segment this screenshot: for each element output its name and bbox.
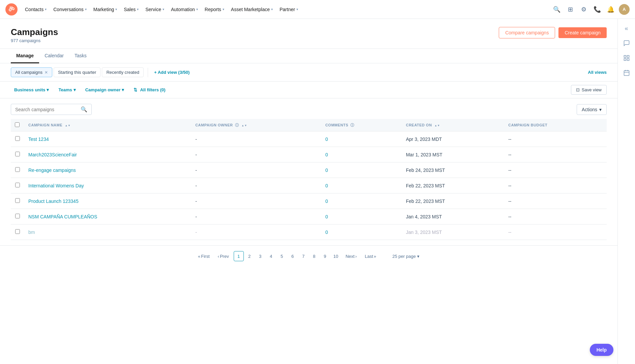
filter-chip-starting-quarter[interactable]: Starting this quarter (54, 67, 100, 77)
page-8-button[interactable]: 8 (309, 251, 319, 261)
sidebar-chat-icon[interactable] (620, 36, 633, 50)
page-subtitle: 977 campaigns (11, 38, 58, 43)
row-name-cell-4: Product Launch 123345 (24, 193, 191, 209)
page-1-button[interactable]: 1 (234, 251, 244, 261)
page-title: Campaigns (11, 27, 58, 37)
campaign-owner-filter[interactable]: Campaign owner ▾ (82, 85, 128, 94)
row-name-cell-1: March2023ScienceFair (24, 147, 191, 162)
page-5-button[interactable]: 5 (277, 251, 287, 261)
user-avatar[interactable]: A (619, 4, 630, 15)
add-view-button[interactable]: + Add view (3/50) (151, 68, 193, 77)
tab-tasks[interactable]: Tasks (69, 49, 92, 63)
filter-chip-close-icon[interactable]: ✕ (45, 70, 48, 75)
sidebar-grid-icon[interactable] (620, 51, 633, 65)
actions-button[interactable]: Actions ▾ (577, 104, 607, 115)
phone-button[interactable]: 📞 (592, 4, 603, 15)
row-checkbox-4[interactable] (15, 198, 20, 203)
save-view-button[interactable]: ⊡ Save view (571, 85, 607, 95)
prev-chevron: ‹ (218, 254, 219, 259)
page-6-button[interactable]: 6 (288, 251, 298, 261)
pagination: « First ‹ Prev 12345678910 Next › Last »… (0, 245, 617, 267)
page-2-button[interactable]: 2 (244, 251, 255, 261)
notifications-button[interactable]: 🔔 (605, 4, 616, 15)
col-campaign-name[interactable]: CAMPAIGN NAME ▲▼ (24, 119, 191, 131)
filter-chip-all-campaigns[interactable]: All campaigns ✕ (11, 67, 52, 77)
next-page-button[interactable]: Next › (342, 252, 360, 261)
select-all-checkbox[interactable] (15, 122, 20, 127)
teams-filter[interactable]: Teams ▾ (55, 85, 79, 94)
row-budget-cell-2: -- (504, 162, 607, 178)
apps-button[interactable]: ⊞ (565, 4, 576, 15)
row-comments-cell-4: 0 (321, 193, 402, 209)
create-campaign-button[interactable]: Create campaign (558, 27, 607, 38)
nav-asset-marketplace[interactable]: Asset Marketplace ▾ (228, 0, 276, 19)
partner-chevron: ▾ (296, 7, 298, 11)
sidebar-calendar-icon[interactable] (620, 66, 633, 80)
tab-calendar[interactable]: Calendar (39, 49, 69, 63)
last-page-button[interactable]: Last » (362, 252, 380, 261)
first-page-button[interactable]: « First (195, 252, 213, 261)
svg-rect-4 (624, 59, 626, 61)
sort-name-icon: ▲▼ (65, 124, 71, 127)
settings-button[interactable]: ⚙ (578, 4, 589, 15)
nav-contacts[interactable]: Contacts ▾ (22, 0, 50, 19)
row-comments-cell-1: 0 (321, 147, 402, 162)
marketing-chevron: ▾ (115, 7, 117, 11)
row-checkbox-cell (11, 147, 24, 162)
row-created-cell-0: Apr 3, 2023 MDT (402, 131, 504, 147)
row-checkbox-2[interactable] (15, 167, 20, 172)
row-checkbox-5[interactable] (15, 214, 20, 218)
nav-partner[interactable]: Partner ▾ (276, 0, 301, 19)
search-button[interactable]: 🔍 (551, 4, 562, 15)
page-3-button[interactable]: 3 (255, 251, 265, 261)
row-created-cell-5: Jan 4, 2023 MST (402, 209, 504, 224)
prev-page-button[interactable]: ‹ Prev (214, 252, 232, 261)
hubspot-logo[interactable] (5, 3, 18, 16)
help-button[interactable]: Help (590, 344, 613, 356)
campaign-name-link-4[interactable]: Product Launch 123345 (28, 199, 79, 204)
tab-manage[interactable]: Manage (11, 49, 39, 63)
all-views-button[interactable]: All views (588, 70, 607, 75)
compare-campaigns-button[interactable]: Compare campaigns (499, 27, 555, 38)
col-created-on[interactable]: CREATED ON ▲▼ (402, 119, 504, 131)
table-toolbar: 🔍 Actions ▾ (11, 104, 607, 115)
campaign-name-link-0[interactable]: Test 1234 (28, 136, 49, 142)
row-checkbox-0[interactable] (15, 136, 20, 141)
row-checkbox-1[interactable] (15, 152, 20, 156)
nav-marketing[interactable]: Marketing ▾ (90, 0, 120, 19)
table-row: International Womens Day - 0 Feb 22, 202… (11, 178, 607, 193)
filter-chip-recently-created[interactable]: Recently created (102, 67, 144, 77)
nav-conversations[interactable]: Conversations ▾ (50, 0, 90, 19)
page-7-button[interactable]: 7 (298, 251, 309, 261)
all-filters-button[interactable]: ⇅ All filters (0) (130, 85, 169, 94)
col-campaign-owner[interactable]: CAMPAIGN OWNER ⓘ ▲▼ (191, 119, 321, 131)
row-checkbox-3[interactable] (15, 183, 20, 187)
row-checkbox-6[interactable] (15, 229, 20, 234)
page-10-button[interactable]: 10 (331, 251, 341, 261)
row-owner-cell-3: - (191, 178, 321, 193)
campaign-name-link-5[interactable]: NSM CAMPAÑA CUMPLEAÑOS (28, 214, 97, 219)
nav-reports[interactable]: Reports ▾ (201, 0, 228, 19)
search-input[interactable] (15, 107, 78, 112)
business-units-filter[interactable]: Business units ▾ (11, 85, 52, 94)
campaign-name-link-2[interactable]: Re-engage campaigns (28, 168, 76, 173)
automation-chevron: ▾ (196, 7, 198, 11)
nav-items: Contacts ▾ Conversations ▾ Marketing ▾ S… (22, 0, 551, 19)
asset-chevron: ▾ (271, 7, 273, 11)
page-9-button[interactable]: 9 (320, 251, 330, 261)
sidebar-collapse[interactable]: « (620, 22, 633, 35)
last-double-chevron: » (374, 254, 376, 259)
table-body: Test 1234 - 0 Apr 3, 2023 MDT -- March20… (11, 131, 607, 240)
campaign-name-link-6[interactable]: bm (28, 230, 35, 235)
page-4-button[interactable]: 4 (266, 251, 276, 261)
row-checkbox-cell (11, 178, 24, 193)
per-page-button[interactable]: 25 per page ▾ (389, 252, 423, 261)
nav-sales[interactable]: Sales ▾ (120, 0, 142, 19)
campaigns-table: CAMPAIGN NAME ▲▼ CAMPAIGN OWNER ⓘ ▲▼ COM… (11, 119, 607, 240)
row-budget-cell-5: -- (504, 209, 607, 224)
campaign-name-link-1[interactable]: March2023ScienceFair (28, 152, 77, 157)
first-double-chevron: « (198, 254, 200, 259)
campaign-name-link-3[interactable]: International Womens Day (28, 183, 84, 188)
nav-automation[interactable]: Automation ▾ (168, 0, 201, 19)
nav-service[interactable]: Service ▾ (142, 0, 168, 19)
